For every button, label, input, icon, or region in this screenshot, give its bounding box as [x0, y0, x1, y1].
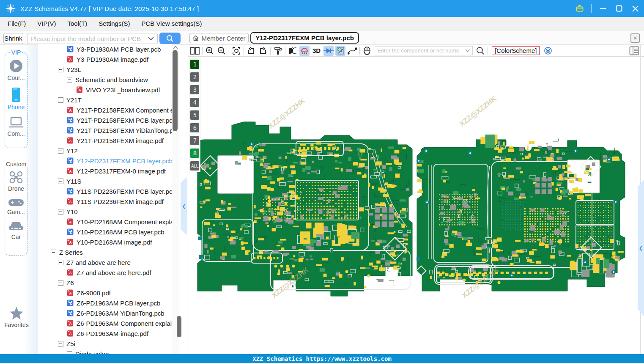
layer-button-8[interactable]: 8	[190, 148, 199, 158]
layer-button-2[interactable]: 2	[190, 72, 199, 82]
sidebar-item-course[interactable]: Cour...	[5, 59, 27, 81]
collapse-minus-icon[interactable]	[67, 351, 72, 355]
layer-button-all[interactable]: ALL	[190, 161, 199, 170]
menu-item-settings[interactable]: Settings(S)	[99, 20, 130, 27]
tree-file-row[interactable]: Y21T-PD2158FEXM YiDianTong.pcb	[38, 125, 172, 135]
member-center-button[interactable]: Member Center	[189, 33, 249, 43]
zoom-in-icon[interactable]	[205, 46, 215, 56]
collapse-left-handle[interactable]: ❮	[181, 177, 187, 235]
tree-file-row[interactable]: AY10-PD2168AM Component explain.pdf	[38, 217, 172, 227]
layer-button-4[interactable]: 4	[190, 98, 199, 107]
measure-tool-icon[interactable]	[335, 46, 345, 56]
tree-file-row[interactable]: AVIVO Y23L_boardview.pdf	[38, 85, 172, 95]
collapse-minus-icon[interactable]	[58, 341, 63, 346]
menu-item-file[interactable]: File(F)	[8, 20, 26, 27]
tree-file-row[interactable]: AZ7 and above are here.pdf	[38, 267, 172, 278]
tree-group-row[interactable]: Y23L	[38, 64, 172, 74]
mouse-settings-icon[interactable]	[362, 46, 372, 56]
sidebar-item-drone[interactable]: Drone	[5, 170, 27, 192]
collapse-minus-icon[interactable]	[58, 280, 63, 286]
paint-roller-icon[interactable]	[273, 46, 283, 56]
collapse-minus-icon[interactable]	[58, 148, 63, 154]
tree-file-row[interactable]: Y12-PD2317FEXM PCB layer.pcb	[38, 156, 172, 166]
menu-item-vip[interactable]: VIP(V)	[37, 20, 56, 27]
svg-text:A: A	[69, 169, 71, 173]
tree-group-row[interactable]: Y10	[38, 206, 172, 217]
rotate-left-icon[interactable]	[246, 46, 256, 56]
maximize-button[interactable]	[614, 4, 624, 13]
layer-button-1[interactable]: 1	[190, 60, 199, 69]
collapse-minus-icon[interactable]	[58, 260, 63, 265]
tree-file-row[interactable]: Y11S PD2236FEXM PCB layer.pcb	[38, 186, 172, 196]
vip-section-label: VIP	[11, 49, 22, 56]
sidebar-item-phone[interactable]: Phone	[5, 87, 27, 110]
sidebar-item-computer[interactable]: Com...	[5, 116, 27, 137]
tree-file-row[interactable]: Z6-PD1963AM YiDianTong.pcb	[38, 308, 172, 318]
diode-tool-icon[interactable]	[323, 46, 334, 56]
tree-file-row[interactable]: AZ6-PD1963AM-image.pdf	[38, 328, 172, 338]
collapse-minus-icon[interactable]	[58, 97, 63, 103]
tree-file-row[interactable]: AY21T-PD2158FEXM Component explain.pdf	[38, 105, 172, 115]
tree-file-row[interactable]: AZ6-9008.pdf	[38, 288, 172, 298]
rotate-right-icon[interactable]	[258, 46, 268, 56]
layer-button-6[interactable]: 6	[190, 123, 199, 132]
tree-file-row[interactable]: Y3-PD1930AM PCB layer.pcb	[38, 44, 172, 54]
outer-scrollbar-thumb[interactable]	[177, 316, 181, 337]
tree-scrollbar-thumb[interactable]	[173, 50, 178, 131]
tree-group-row[interactable]: Schematic and boardview	[38, 74, 172, 85]
tree-group-row[interactable]: Z6	[38, 278, 172, 288]
tree-group-row[interactable]: Z5i	[38, 338, 172, 349]
split-view-icon[interactable]	[190, 46, 200, 56]
scroll-up-icon[interactable]	[173, 46, 178, 49]
collapse-minus-icon[interactable]	[58, 67, 63, 72]
panel-layout-icon[interactable]	[629, 46, 639, 57]
net-search-combo[interactable]: Enter the component or net name	[375, 46, 473, 55]
visibility-eye-icon[interactable]	[543, 46, 553, 56]
minimize-button[interactable]	[598, 4, 608, 13]
tree-file-row[interactable]: AY3-PD1930AM image.pdf	[38, 54, 172, 64]
curve-tool-icon[interactable]	[347, 46, 357, 56]
lamp-tool-icon[interactable]	[299, 46, 310, 56]
view-3d-button[interactable]: 3D	[311, 46, 322, 56]
net-search-icon[interactable]	[475, 46, 485, 56]
sidebar-item-car[interactable]: Car	[5, 221, 27, 240]
layer-button-7[interactable]: 7	[190, 136, 199, 145]
tree-file-row[interactable]: AY10-PD2168AM image.pdf	[38, 237, 172, 247]
tree-file-row[interactable]: AY11S PD2236FEXM image.pdf	[38, 196, 172, 206]
collapse-minus-icon[interactable]	[51, 250, 56, 255]
tree-file-row[interactable]: AY21T-PD2158FEXM image.pdf	[38, 135, 172, 146]
sidebar-item-favorites[interactable]: Favorites	[0, 306, 33, 328]
model-search-combo[interactable]: Please input the model number or PCB	[27, 33, 158, 44]
collapse-right-handle[interactable]: ❮	[638, 179, 644, 316]
tree-group-row[interactable]: Y11S	[38, 176, 172, 186]
tree-group-row[interactable]: Y21T	[38, 95, 172, 105]
search-button[interactable]	[159, 33, 181, 44]
collapse-minus-icon[interactable]	[67, 77, 72, 82]
collapse-minus-icon[interactable]	[58, 209, 63, 214]
shrink-button[interactable]: Shrink	[3, 33, 23, 44]
fit-screen-icon[interactable]	[231, 46, 241, 56]
tree-file-row[interactable]: AZ6-PD1963AM-Component explain.pdf	[38, 318, 172, 328]
close-button[interactable]	[630, 4, 640, 13]
document-tab[interactable]: Y12-PD2317FEXM PCB layer.pcb	[250, 32, 359, 44]
menu-item-tool[interactable]: Tool(T)	[68, 20, 88, 27]
tree-group-row[interactable]: Y12	[38, 146, 172, 156]
vip-briefcase-icon[interactable]	[575, 4, 584, 13]
layer-button-5[interactable]: 5	[190, 110, 199, 120]
menu-item-pcb-view-settings[interactable]: PCB View settings(S)	[141, 20, 202, 27]
tree-group-row[interactable]: Diode value	[38, 349, 172, 354]
tree-file-row[interactable]: AY12-PD2317FEXM-0 image.pdf	[38, 166, 172, 176]
color-scheme-button[interactable]: [ColorScheme]	[492, 46, 540, 55]
tree-file-row[interactable]: Y10-PD2168AM PCB layer.pcb	[38, 227, 172, 237]
tree-file-row[interactable]: Z6-PD1963AM PCB layer.pcb	[38, 298, 172, 308]
layer-button-3[interactable]: 3	[190, 85, 199, 94]
pcb-canvas[interactable]: XZZ@XZZHKXZZ@XZZHKXZZ@XZZHKXZZ@XZZHK	[188, 57, 640, 354]
mirror-flip-icon[interactable]	[288, 46, 298, 56]
tree-file-row[interactable]: Y21T-PD2158FEXM PCB layer.pcb	[38, 115, 172, 125]
tree-group-row[interactable]: Z7 and above are here	[38, 257, 172, 267]
close-panel-icon[interactable]: ×	[630, 33, 640, 43]
zoom-out-icon[interactable]	[216, 46, 227, 56]
tree-group-row[interactable]: Z Series	[38, 247, 172, 257]
collapse-minus-icon[interactable]	[58, 179, 63, 184]
sidebar-item-game[interactable]: Gam...	[5, 198, 27, 215]
